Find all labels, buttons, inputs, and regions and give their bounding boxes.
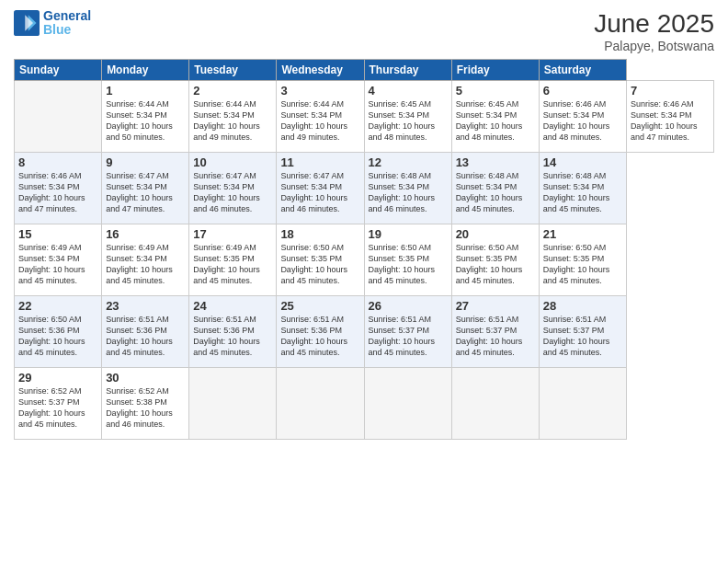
- day-info: Sunrise: 6:46 AMSunset: 5:34 PMDaylight:…: [631, 99, 698, 142]
- day-number: 17: [193, 227, 272, 241]
- day-info: Sunrise: 6:52 AMSunset: 5:37 PMDaylight:…: [18, 386, 85, 429]
- table-row: 11Sunrise: 6:47 AMSunset: 5:34 PMDayligh…: [277, 153, 364, 224]
- day-info: Sunrise: 6:50 AMSunset: 5:35 PMDaylight:…: [280, 243, 347, 285]
- table-row: 18Sunrise: 6:50 AMSunset: 5:35 PMDayligh…: [277, 224, 364, 296]
- day-number: 23: [106, 299, 185, 313]
- table-row: 26Sunrise: 6:51 AMSunset: 5:37 PMDayligh…: [364, 296, 451, 368]
- day-number: 18: [280, 227, 359, 241]
- day-info: Sunrise: 6:48 AMSunset: 5:34 PMDaylight:…: [543, 171, 610, 213]
- day-info: Sunrise: 6:47 AMSunset: 5:34 PMDaylight:…: [193, 171, 260, 213]
- table-row: [539, 368, 626, 440]
- day-info: Sunrise: 6:51 AMSunset: 5:36 PMDaylight:…: [280, 315, 347, 357]
- table-row: 1Sunrise: 6:44 AMSunset: 5:34 PMDaylight…: [102, 81, 189, 153]
- table-row: 17Sunrise: 6:49 AMSunset: 5:35 PMDayligh…: [189, 224, 277, 296]
- logo: General Blue: [14, 9, 91, 38]
- table-row: 9Sunrise: 6:47 AMSunset: 5:34 PMDaylight…: [102, 153, 189, 224]
- table-row: 22Sunrise: 6:50 AMSunset: 5:36 PMDayligh…: [15, 296, 102, 368]
- day-number: 24: [193, 299, 272, 313]
- day-number: 19: [369, 227, 448, 241]
- table-row: 3Sunrise: 6:44 AMSunset: 5:34 PMDaylight…: [277, 81, 364, 153]
- day-info: Sunrise: 6:51 AMSunset: 5:37 PMDaylight:…: [543, 315, 610, 357]
- col-tuesday: Tuesday: [189, 60, 277, 81]
- day-info: Sunrise: 6:49 AMSunset: 5:35 PMDaylight:…: [193, 243, 260, 285]
- day-number: 22: [18, 299, 97, 313]
- day-info: Sunrise: 6:44 AMSunset: 5:34 PMDaylight:…: [280, 99, 347, 142]
- col-monday: Monday: [102, 60, 189, 81]
- table-row: 24Sunrise: 6:51 AMSunset: 5:36 PMDayligh…: [189, 296, 277, 368]
- table-row: [15, 81, 102, 153]
- table-row: 25Sunrise: 6:51 AMSunset: 5:36 PMDayligh…: [277, 296, 364, 368]
- day-number: 12: [369, 155, 448, 169]
- calendar-week-row: 1Sunrise: 6:44 AMSunset: 5:34 PMDaylight…: [15, 81, 714, 153]
- table-row: 29Sunrise: 6:52 AMSunset: 5:37 PMDayligh…: [15, 368, 102, 440]
- table-row: [364, 368, 451, 440]
- day-info: Sunrise: 6:50 AMSunset: 5:36 PMDaylight:…: [18, 315, 85, 357]
- calendar-week-row: 22Sunrise: 6:50 AMSunset: 5:36 PMDayligh…: [15, 296, 714, 368]
- day-number: 8: [18, 155, 97, 169]
- logo-text: General Blue: [43, 9, 91, 38]
- day-number: 10: [193, 155, 272, 169]
- header: General Blue June 2025 Palapye, Botswana: [14, 9, 714, 53]
- table-row: 23Sunrise: 6:51 AMSunset: 5:36 PMDayligh…: [102, 296, 189, 368]
- day-number: 4: [369, 84, 448, 98]
- table-row: 15Sunrise: 6:49 AMSunset: 5:34 PMDayligh…: [15, 224, 102, 296]
- day-info: Sunrise: 6:51 AMSunset: 5:37 PMDaylight:…: [456, 315, 523, 357]
- day-number: 28: [543, 299, 622, 313]
- day-info: Sunrise: 6:47 AMSunset: 5:34 PMDaylight:…: [280, 171, 347, 213]
- day-number: 6: [543, 84, 622, 98]
- day-info: Sunrise: 6:50 AMSunset: 5:35 PMDaylight:…: [369, 243, 436, 285]
- day-number: 5: [456, 84, 535, 98]
- table-row: [451, 368, 539, 440]
- table-row: 7Sunrise: 6:46 AMSunset: 5:34 PMDaylight…: [626, 81, 713, 153]
- table-row: 4Sunrise: 6:45 AMSunset: 5:34 PMDaylight…: [364, 81, 451, 153]
- logo-line2: Blue: [43, 22, 71, 37]
- day-info: Sunrise: 6:45 AMSunset: 5:34 PMDaylight:…: [369, 99, 436, 142]
- day-info: Sunrise: 6:51 AMSunset: 5:37 PMDaylight:…: [369, 315, 436, 357]
- table-row: 21Sunrise: 6:50 AMSunset: 5:35 PMDayligh…: [539, 224, 626, 296]
- location: Palapye, Botswana: [594, 39, 714, 53]
- day-info: Sunrise: 6:50 AMSunset: 5:35 PMDaylight:…: [456, 243, 523, 285]
- day-number: 21: [543, 227, 622, 241]
- logo-icon: [14, 10, 40, 36]
- day-info: Sunrise: 6:48 AMSunset: 5:34 PMDaylight:…: [369, 171, 436, 213]
- day-number: 2: [193, 84, 272, 98]
- day-number: 20: [456, 227, 535, 241]
- calendar-week-row: 8Sunrise: 6:46 AMSunset: 5:34 PMDaylight…: [15, 153, 714, 224]
- col-thursday: Thursday: [364, 60, 451, 81]
- calendar-table: Sunday Monday Tuesday Wednesday Thursday…: [14, 59, 714, 440]
- calendar-header-row: Sunday Monday Tuesday Wednesday Thursday…: [15, 60, 714, 81]
- day-number: 29: [18, 371, 97, 385]
- table-row: 19Sunrise: 6:50 AMSunset: 5:35 PMDayligh…: [364, 224, 451, 296]
- day-info: Sunrise: 6:51 AMSunset: 5:36 PMDaylight:…: [106, 315, 173, 357]
- day-number: 11: [280, 155, 359, 169]
- table-row: 28Sunrise: 6:51 AMSunset: 5:37 PMDayligh…: [539, 296, 626, 368]
- day-info: Sunrise: 6:47 AMSunset: 5:34 PMDaylight:…: [106, 171, 173, 213]
- table-row: 6Sunrise: 6:46 AMSunset: 5:34 PMDaylight…: [539, 81, 626, 153]
- day-number: 26: [369, 299, 448, 313]
- calendar-week-row: 29Sunrise: 6:52 AMSunset: 5:37 PMDayligh…: [15, 368, 714, 440]
- page: General Blue June 2025 Palapye, Botswana…: [0, 0, 728, 563]
- calendar-week-row: 15Sunrise: 6:49 AMSunset: 5:34 PMDayligh…: [15, 224, 714, 296]
- day-info: Sunrise: 6:49 AMSunset: 5:34 PMDaylight:…: [18, 243, 85, 285]
- col-sunday: Sunday: [15, 60, 102, 81]
- table-row: 12Sunrise: 6:48 AMSunset: 5:34 PMDayligh…: [364, 153, 451, 224]
- day-info: Sunrise: 6:46 AMSunset: 5:34 PMDaylight:…: [18, 171, 85, 213]
- table-row: 20Sunrise: 6:50 AMSunset: 5:35 PMDayligh…: [451, 224, 539, 296]
- day-info: Sunrise: 6:52 AMSunset: 5:38 PMDaylight:…: [106, 386, 173, 429]
- day-info: Sunrise: 6:45 AMSunset: 5:34 PMDaylight:…: [456, 99, 523, 142]
- day-number: 14: [543, 155, 622, 169]
- day-number: 25: [280, 299, 359, 313]
- table-row: [277, 368, 364, 440]
- table-row: 16Sunrise: 6:49 AMSunset: 5:34 PMDayligh…: [102, 224, 189, 296]
- col-friday: Friday: [451, 60, 539, 81]
- day-info: Sunrise: 6:50 AMSunset: 5:35 PMDaylight:…: [543, 243, 610, 285]
- day-number: 9: [106, 155, 185, 169]
- table-row: 8Sunrise: 6:46 AMSunset: 5:34 PMDaylight…: [15, 153, 102, 224]
- day-info: Sunrise: 6:48 AMSunset: 5:34 PMDaylight:…: [456, 171, 523, 213]
- table-row: 27Sunrise: 6:51 AMSunset: 5:37 PMDayligh…: [451, 296, 539, 368]
- table-row: 10Sunrise: 6:47 AMSunset: 5:34 PMDayligh…: [189, 153, 277, 224]
- month-title: June 2025: [594, 9, 714, 39]
- table-row: 14Sunrise: 6:48 AMSunset: 5:34 PMDayligh…: [539, 153, 626, 224]
- day-number: 16: [106, 227, 185, 241]
- day-info: Sunrise: 6:51 AMSunset: 5:36 PMDaylight:…: [193, 315, 260, 357]
